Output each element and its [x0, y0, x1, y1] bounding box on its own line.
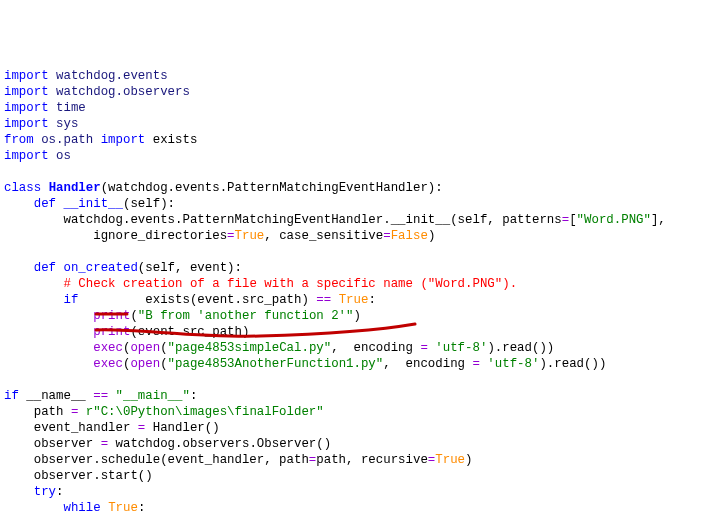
method-name: __init__ — [391, 213, 451, 227]
code-text: __name__ — [19, 389, 93, 403]
builtin-open: open — [130, 357, 160, 371]
code-text: (event.src_path) — [130, 325, 249, 339]
import-name: exists — [153, 133, 198, 147]
keyword-if: if — [64, 293, 79, 307]
operator: = — [101, 437, 108, 451]
string-literal: 'utf-8' — [435, 341, 487, 355]
builtin-open: open — [130, 341, 160, 355]
code-text: ).read()) — [487, 341, 554, 355]
keyword-from: from — [4, 133, 34, 147]
operator: = — [227, 229, 234, 243]
function-name: __init__ — [64, 197, 124, 211]
module-name: watchdog.observers — [56, 85, 190, 99]
string-literal: "Word.PNG" — [577, 213, 651, 227]
code-text: : — [190, 389, 197, 403]
class-name: Handler — [49, 181, 101, 195]
code-text: exists(event.src_path) — [78, 293, 316, 307]
keyword-try: try — [34, 485, 56, 499]
code-text: : — [56, 485, 63, 499]
code-text: observer.start() — [4, 469, 153, 483]
bool-literal: False — [391, 229, 428, 243]
code-block: import watchdog.events import watchdog.o… — [4, 68, 709, 511]
keyword-import: import — [4, 69, 49, 83]
bool-literal: True — [235, 229, 265, 243]
keyword-import: import — [4, 85, 49, 99]
code-text: , encoding — [331, 341, 420, 355]
code-text: event_handler — [4, 421, 138, 435]
module-name: os — [56, 149, 71, 163]
code-text: path, recursive — [316, 453, 428, 467]
module-name: time — [56, 101, 86, 115]
function-sig: (self): — [123, 197, 175, 211]
code-text: ignore_directories — [4, 229, 227, 243]
code-text: watchdog.observers.Observer() — [108, 437, 331, 451]
keyword-import: import — [4, 117, 49, 131]
module-name: os.path — [41, 133, 93, 147]
keyword-import: import — [4, 101, 49, 115]
operator: == — [93, 389, 108, 403]
bool-literal: True — [108, 501, 138, 511]
keyword-if: if — [4, 389, 19, 403]
operator: == — [316, 293, 331, 307]
bool-literal: True — [435, 453, 465, 467]
code-text: Handler() — [145, 421, 219, 435]
code-text: , encoding — [383, 357, 472, 371]
builtin-print: print — [93, 309, 130, 323]
string-literal: "page4853AnotherFunction1.py" — [168, 357, 384, 371]
code-text: ).read()) — [539, 357, 606, 371]
operator: = — [420, 341, 427, 355]
keyword-def: def — [34, 261, 56, 275]
code-text: , case_sensitive — [264, 229, 383, 243]
code-text: observer — [4, 437, 101, 451]
code-text: ) — [465, 453, 472, 467]
operator: = — [383, 229, 390, 243]
string-literal: 'utf-8' — [487, 357, 539, 371]
code-text: (self, patterns — [450, 213, 562, 227]
code-text: path — [4, 405, 71, 419]
keyword-def: def — [34, 197, 56, 211]
operator: = — [71, 405, 78, 419]
code-text: observer.schedule(event_handler, path — [4, 453, 309, 467]
keyword-class: class — [4, 181, 41, 195]
builtin-exec: exec — [93, 341, 123, 355]
keyword-import: import — [101, 133, 146, 147]
function-name: on_created — [64, 261, 138, 275]
string-literal: "page4853simpleCal.py" — [168, 341, 332, 355]
code-text: ], — [651, 213, 666, 227]
code-text: : — [138, 501, 145, 511]
code-text: : — [368, 293, 375, 307]
function-sig: (self, event): — [138, 261, 242, 275]
string-literal: "B from 'another function 2'" — [138, 309, 354, 323]
module-name: watchdog.events — [56, 69, 168, 83]
bool-literal: True — [339, 293, 369, 307]
string-literal: r"C:\0Python\images\finalFolder" — [86, 405, 324, 419]
code-text: ) — [428, 229, 435, 243]
class-base: (watchdog.events.PatternMatchingEventHan… — [101, 181, 443, 195]
builtin-print: print — [93, 325, 130, 339]
code-text: watchdog.events.PatternMatchingEventHand… — [4, 213, 391, 227]
module-name: sys — [56, 117, 78, 131]
keyword-while: while — [64, 501, 101, 511]
builtin-exec: exec — [93, 357, 123, 371]
comment: # Check creation of a file with a specif… — [64, 277, 518, 291]
keyword-import: import — [4, 149, 49, 163]
operator: = — [562, 213, 569, 227]
operator: = — [472, 357, 479, 371]
string-literal: "__main__" — [116, 389, 190, 403]
